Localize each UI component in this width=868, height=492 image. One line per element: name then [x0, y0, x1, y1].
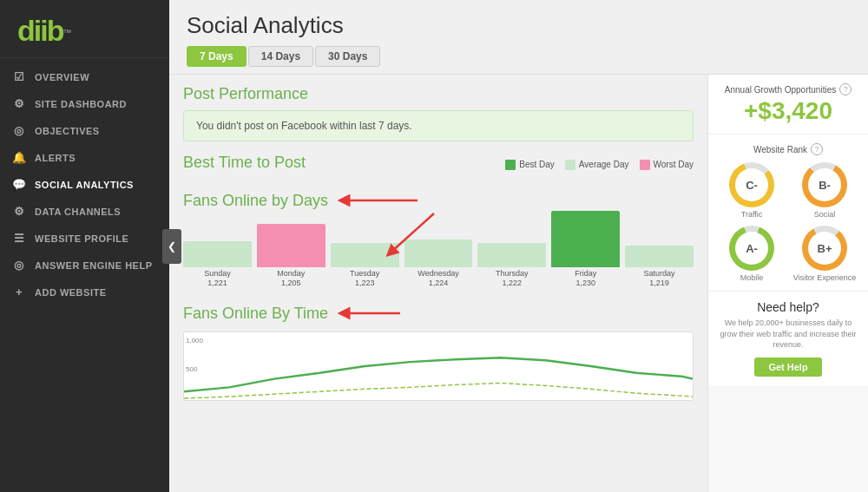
growth-value: +$3,420: [719, 97, 858, 125]
nav-label-add-website: Add Website: [35, 287, 107, 298]
nav-icon-add-website: +: [12, 285, 26, 298]
logo-tm: ™: [62, 28, 71, 37]
help-title: Need help?: [719, 300, 858, 314]
nav-icon-website-profile: ☰: [12, 232, 26, 245]
sidebar-item-add-website[interactable]: +Add Website: [0, 279, 169, 305]
nav-icon-data-channels: ⚙: [12, 205, 26, 218]
nav-icon-answer-engine-help: ◎: [12, 259, 26, 272]
nav-icon-site-dashboard: ⚙: [12, 97, 26, 110]
sidebar-item-website-profile[interactable]: ☰Website Profile: [0, 225, 169, 252]
sidebar-logo: diib™: [0, 0, 169, 58]
fans-time-title: Fans Online By Time: [183, 305, 328, 323]
fans-time-chart: 1,000 500: [183, 331, 694, 401]
rank-grade: B-: [808, 168, 841, 201]
rank-info-icon[interactable]: ?: [811, 143, 823, 155]
sidebar-item-social-analytics[interactable]: 💬Social Analytics: [0, 171, 169, 198]
sidebar: diib™ ☑Overview⚙Site Dashboard◎Objective…: [0, 0, 169, 492]
tab-7-days[interactable]: 7 Days: [187, 46, 247, 67]
legend-label: Average Day: [579, 160, 629, 169]
help-text: We help 20,000+ businesses daily to grow…: [719, 318, 858, 351]
best-time-title: Best Time to Post: [183, 154, 306, 172]
rank-circle: B-: [802, 162, 847, 207]
y-label-1000: 1,000: [186, 337, 203, 344]
rank-item-visitor-experience: B+ Visitor Experience: [792, 226, 858, 282]
nav-label-website-profile: Website Profile: [35, 233, 128, 244]
sidebar-item-data-channels[interactable]: ⚙Data Channels: [0, 198, 169, 225]
rank-circle: A-: [729, 226, 774, 271]
day-bar-wrap: Monday1,205: [257, 224, 326, 288]
rank-item-social: B- Social: [792, 162, 858, 219]
post-performance-title: Post Performance: [183, 85, 694, 103]
nav-label-answer-engine-help: Answer Engine Help: [35, 260, 153, 271]
nav-label-site-dashboard: Site Dashboard: [35, 99, 127, 109]
nav-label-objectives: Objectives: [35, 126, 100, 136]
legend-label: Worst Day: [654, 160, 694, 169]
rank-grid: C- Traffic B- Social A- Mobile B+ Visito…: [719, 162, 858, 282]
rank-name: Visitor Experience: [793, 273, 856, 282]
help-box: Need help? We help 20,000+ businesses da…: [708, 292, 868, 385]
sidebar-item-answer-engine-help[interactable]: ◎Answer Engine Help: [0, 252, 169, 279]
day-bar-wrap: Friday1,230: [551, 211, 620, 288]
page-title: Social Analytics: [187, 12, 851, 39]
nav-icon-overview: ☑: [12, 70, 26, 83]
tab-30-days[interactable]: 30 Days: [315, 46, 380, 67]
red-arrow-2: [335, 187, 422, 213]
day-label: Monday1,205: [277, 269, 305, 288]
day-bar-wrap: Saturday1,219: [625, 246, 694, 288]
day-bar: [257, 224, 326, 267]
rank-item-mobile: A- Mobile: [719, 226, 785, 282]
sidebar-nav: ☑Overview⚙Site Dashboard◎Objectives🔔Aler…: [0, 58, 169, 492]
day-bar: [404, 239, 473, 267]
growth-box: Annual Growth Opportunities ? +$3,420: [708, 75, 868, 134]
red-arrow-3: [335, 300, 404, 326]
help-button[interactable]: Get Help: [754, 358, 821, 377]
fans-online-days: Fans Online by Days Sunday1,221 Monday1,…: [183, 187, 694, 288]
legend-label: Best Day: [519, 160, 555, 169]
day-bar: [331, 243, 399, 267]
rank-item-traffic: C- Traffic: [719, 162, 785, 219]
rank-circle: C-: [729, 162, 774, 207]
nav-label-data-channels: Data Channels: [35, 207, 121, 217]
fans-days-title: Fans Online by Days: [183, 192, 328, 210]
nav-label-alerts: Alerts: [35, 153, 76, 163]
day-bar: [625, 246, 694, 267]
nav-icon-objectives: ◎: [12, 124, 26, 137]
day-bar-wrap: Wednesday1,224: [404, 239, 473, 288]
center-panel: Post Performance You didn't post on Face…: [169, 75, 707, 492]
sidebar-item-objectives[interactable]: ◎Objectives: [0, 117, 169, 144]
tab-14-days[interactable]: 14 Days: [248, 46, 313, 67]
best-time-section: Best Time to Post Best DayAverage DayWor…: [183, 154, 694, 179]
legend-item-worst-day: Worst Day: [640, 160, 694, 170]
day-bar-wrap: Sunday1,221: [183, 241, 252, 288]
day-bar: [183, 241, 252, 267]
sidebar-toggle[interactable]: ❮: [162, 229, 181, 264]
growth-info-icon[interactable]: ?: [839, 83, 852, 95]
day-bar: [477, 243, 546, 267]
day-label: Thursday1,222: [496, 269, 529, 288]
logo-text: diib: [17, 14, 62, 47]
post-performance-message: You didn't post on Facebook within last …: [183, 110, 694, 141]
legend-box: [565, 160, 575, 170]
time-line-chart: [184, 332, 693, 400]
days-chart: Sunday1,221 Monday1,205 Tuesday1,223 Wed…: [183, 219, 694, 288]
rank-name: Traffic: [741, 210, 763, 219]
rank-name: Social: [814, 210, 836, 219]
rank-grade: B+: [808, 232, 841, 265]
legend-item-best-day: Best Day: [505, 160, 555, 170]
sidebar-item-alerts[interactable]: 🔔Alerts: [0, 144, 169, 171]
nav-label-social-analytics: Social Analytics: [35, 180, 134, 190]
growth-label: Annual Growth Opportunities ?: [719, 83, 858, 95]
main-content: Post Performance You didn't post on Face…: [169, 75, 868, 492]
sidebar-item-site-dashboard[interactable]: ⚙Site Dashboard: [0, 90, 169, 117]
day-bar: [551, 211, 620, 267]
main-area: Social Analytics 7 Days14 Days30 Days Po…: [169, 0, 868, 492]
day-bar-wrap: Tuesday1,223: [331, 243, 399, 288]
rank-grade: A-: [735, 232, 768, 265]
nav-label-overview: Overview: [35, 72, 89, 82]
sidebar-item-overview[interactable]: ☑Overview: [0, 63, 169, 90]
day-label: Friday1,230: [575, 269, 596, 288]
nav-icon-social-analytics: 💬: [12, 178, 26, 191]
legend-box: [505, 160, 516, 170]
nav-icon-alerts: 🔔: [12, 151, 26, 164]
legend-box: [640, 160, 650, 170]
